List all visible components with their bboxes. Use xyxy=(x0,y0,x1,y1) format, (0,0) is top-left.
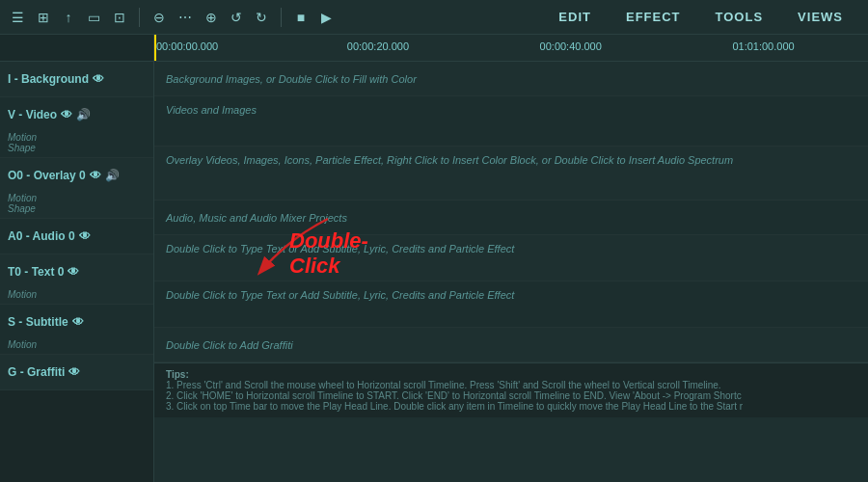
track-row-graffiti: G - Graffiti 👁 xyxy=(0,355,153,390)
double-click-label: Double-Click xyxy=(289,228,368,279)
track-label-overlay: O0 - Overlay 0 👁 🔊 xyxy=(0,158,153,193)
content-row-graffiti: Double Click to Add Graffiti xyxy=(154,328,868,362)
tips-line-3: 3. Click on top Time bar to move the Pla… xyxy=(166,401,743,412)
time-marker-2: 00:00:40.000 xyxy=(540,40,602,52)
divider-1 xyxy=(139,8,140,27)
track-label-header xyxy=(0,35,154,61)
content-graffiti-text: Double Click to Add Graffiti xyxy=(166,339,293,351)
track-label-graffiti: G - Graffiti 👁 xyxy=(0,355,153,389)
tips-line-2: 2. Click 'HOME' to Horizontal scroll Tim… xyxy=(166,390,742,401)
undo-icon[interactable]: ↺ xyxy=(227,8,246,27)
time-marker-3: 01:01:00.000 xyxy=(732,40,794,52)
tips-area: Tips: 1. Press 'Ctrl' and Scroll the mou… xyxy=(154,362,868,417)
content-row-video: Videos and Images xyxy=(154,96,868,147)
hamburger-icon[interactable]: ☰ xyxy=(8,8,28,27)
content-subtitle-text: Double Click to Type Text or Add Subtitl… xyxy=(166,289,514,301)
eye-icon-background[interactable]: 👁 xyxy=(93,72,104,86)
audio-icon-video[interactable]: 🔊 xyxy=(76,108,91,121)
track-content[interactable]: Background Images, or Double Click to Fi… xyxy=(154,62,868,482)
track-row-video: V - Video 👁 🔊 MotionShape xyxy=(0,97,153,158)
track-text-name: T0 - Text 0 xyxy=(8,265,64,279)
multi-rect-icon[interactable]: ⊡ xyxy=(110,8,129,27)
up-arrow-icon[interactable]: ↑ xyxy=(59,8,78,27)
track-label-audio: A0 - Audio 0 👁 xyxy=(0,219,153,254)
track-label-subtitle: S - Subtitle 👁 xyxy=(0,305,153,339)
redo-icon[interactable]: ↻ xyxy=(252,8,271,27)
track-graffiti-name: G - Graffiti xyxy=(8,365,65,379)
track-row-text: T0 - Text 0 👁 Motion xyxy=(0,254,153,305)
eye-icon-text[interactable]: 👁 xyxy=(68,265,79,279)
playhead[interactable] xyxy=(154,35,156,61)
content-overlay-text: Overlay Videos, Images, Icons, Particle … xyxy=(166,154,733,166)
content-background-text: Background Images, or Double Click to Fi… xyxy=(166,73,417,85)
time-marker-1: 00:00:20.000 xyxy=(347,40,409,52)
timeline-header: 00:00:00.000 00:00:20.000 00:00:40.000 0… xyxy=(0,35,868,62)
eye-icon-subtitle[interactable]: 👁 xyxy=(72,315,84,329)
track-row-background: I - Background 👁 xyxy=(0,62,153,97)
track-subtitle-name: S - Subtitle xyxy=(8,315,68,329)
minus-icon[interactable]: ⊖ xyxy=(149,8,169,27)
content-video-text: Videos and Images xyxy=(166,104,257,116)
track-overlay-sublabel: MotionShape xyxy=(0,193,153,218)
track-background-name: I - Background xyxy=(8,72,89,86)
eye-icon-graffiti[interactable]: 👁 xyxy=(68,365,80,379)
toolbar: ☰ ⊞ ↑ ▭ ⊡ ⊖ ⋯ ⊕ ↺ ↻ ■ ▶ EDIT EFFECT TOOL… xyxy=(0,0,868,35)
rect-icon[interactable]: ▭ xyxy=(84,8,104,27)
track-label-background: I - Background 👁 xyxy=(0,62,153,96)
track-video-sublabel: MotionShape xyxy=(0,132,153,157)
eye-icon-overlay[interactable]: 👁 xyxy=(90,169,101,182)
divider-2 xyxy=(281,8,282,27)
audio-icon-overlay[interactable]: 🔊 xyxy=(105,169,120,182)
track-video-name: V - Video xyxy=(8,108,57,121)
track-row-audio: A0 - Audio 0 👁 xyxy=(0,219,153,254)
play-icon[interactable]: ▶ xyxy=(316,8,336,27)
content-row-background: Background Images, or Double Click to Fi… xyxy=(154,62,868,96)
eye-icon-audio[interactable]: 👁 xyxy=(79,229,91,243)
main-area: I - Background 👁 V - Video 👁 🔊 MotionSha… xyxy=(0,62,868,482)
menu-effect[interactable]: EFFECT xyxy=(609,0,698,35)
track-overlay-name: O0 - Overlay 0 xyxy=(8,169,86,182)
menu-items: EDIT EFFECT TOOLS VIEWS xyxy=(541,0,860,35)
time-marker-0: 00:00:00.000 xyxy=(156,40,218,52)
content-row-overlay: Overlay Videos, Images, Icons, Particle … xyxy=(154,147,868,201)
plus-icon[interactable]: ⊕ xyxy=(202,8,221,27)
time-ruler[interactable]: 00:00:00.000 00:00:20.000 00:00:40.000 0… xyxy=(154,35,868,61)
dots-icon[interactable]: ⋯ xyxy=(175,8,196,27)
track-subtitle-sublabel: Motion xyxy=(0,339,153,354)
tips-line-1: 1. Press 'Ctrl' and Scroll the mouse whe… xyxy=(166,380,721,390)
menu-views[interactable]: VIEWS xyxy=(780,0,860,35)
track-row-subtitle: S - Subtitle 👁 Motion xyxy=(0,305,153,355)
stop-icon[interactable]: ■ xyxy=(291,8,311,27)
menu-edit[interactable]: EDIT xyxy=(541,0,609,35)
track-row-overlay: O0 - Overlay 0 👁 🔊 MotionShape xyxy=(0,158,153,219)
tips-title: Tips: xyxy=(166,369,189,380)
grid-icon[interactable]: ⊞ xyxy=(34,8,53,27)
eye-icon-video[interactable]: 👁 xyxy=(61,108,72,121)
track-text-sublabel: Motion xyxy=(0,289,153,304)
track-labels: I - Background 👁 V - Video 👁 🔊 MotionSha… xyxy=(0,62,154,482)
track-label-video: V - Video 👁 🔊 xyxy=(0,97,153,132)
track-audio-name: A0 - Audio 0 xyxy=(8,229,75,243)
track-label-text: T0 - Text 0 👁 xyxy=(0,254,153,289)
content-row-subtitle: Double Click to Type Text or Add Subtitl… xyxy=(154,281,868,328)
menu-tools[interactable]: TOOLS xyxy=(698,0,781,35)
